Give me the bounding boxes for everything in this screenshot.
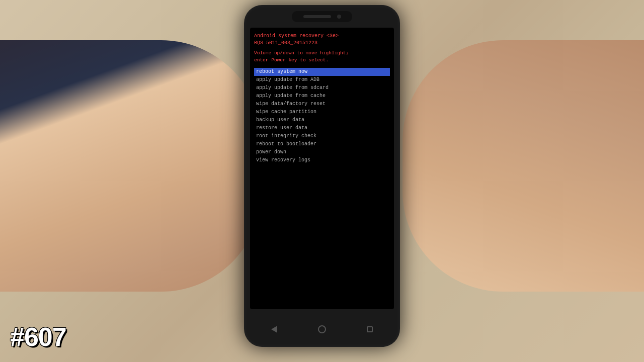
menu-item-view-recovery-logs[interactable]: view recovery logs: [254, 156, 390, 164]
menu-item-restore-user-data[interactable]: restore user data: [254, 124, 390, 132]
menu-item-wipe-cache-partition[interactable]: wipe cache partition: [254, 108, 390, 116]
home-button[interactable]: [317, 324, 327, 334]
menu-item-wipe-data-factory-reset[interactable]: wipe data/factory reset: [254, 100, 390, 108]
recovery-header: Android system recovery <3e> BQS-5011_00…: [254, 33, 390, 47]
instruction-line1: Volume up/down to move highlight;: [254, 50, 349, 56]
menu-item-apply-update-from-cache[interactable]: apply update from cache: [254, 92, 390, 100]
left-hand: [0, 40, 262, 292]
video-counter-badge: #607: [10, 322, 66, 352]
menu-item-backup-user-data[interactable]: backup user data: [254, 116, 390, 124]
phone-device: Android system recovery <3e> BQS-5011_00…: [244, 5, 400, 347]
recent-icon: [367, 326, 373, 332]
back-button[interactable]: [269, 324, 279, 334]
instruction-line2: enter Power key to select.: [254, 57, 329, 63]
right-hand: [403, 40, 644, 292]
home-icon: [318, 325, 326, 333]
phone-speaker: [303, 15, 331, 18]
recovery-title: Android system recovery <3e>: [254, 33, 390, 40]
phone-screen: Android system recovery <3e> BQS-5011_00…: [250, 28, 394, 309]
menu-item-apply-update-from-adb[interactable]: apply update from ADB: [254, 76, 390, 84]
menu-item-apply-update-from-sdcard[interactable]: apply update from sdcard: [254, 84, 390, 92]
recent-button[interactable]: [365, 324, 375, 334]
menu-item-power-down[interactable]: power down: [254, 148, 390, 156]
back-icon: [271, 326, 277, 333]
recovery-screen: Android system recovery <3e> BQS-5011_00…: [250, 28, 394, 309]
recovery-menu: reboot system nowapply update from ADBap…: [254, 68, 390, 164]
phone-camera: [337, 15, 341, 19]
recovery-instructions: Volume up/down to move highlight; enter …: [254, 50, 390, 64]
recovery-model: BQS-5011_003_20151223: [254, 40, 390, 47]
menu-item-reboot-system-now[interactable]: reboot system now: [254, 68, 390, 76]
menu-item-root-integrity-check[interactable]: root integrity check: [254, 132, 390, 140]
phone-top-bar: [292, 11, 352, 22]
phone-nav-bar: [250, 319, 394, 339]
menu-item-reboot-to-bootloader[interactable]: reboot to bootloader: [254, 140, 390, 148]
